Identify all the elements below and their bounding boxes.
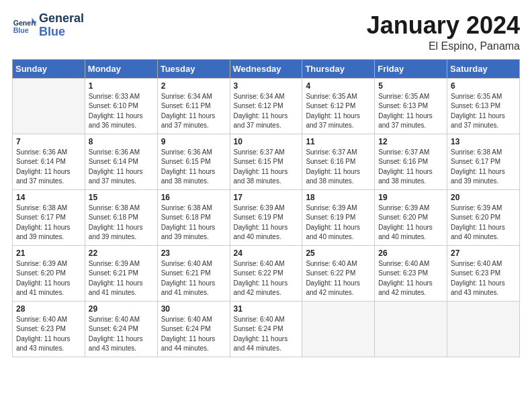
cell-info: Sunrise: 6:34 AMSunset: 6:11 PMDaylight:… <box>161 92 226 131</box>
calendar-cell: 9Sunrise: 6:36 AMSunset: 6:15 PMDaylight… <box>157 134 230 189</box>
cell-info: Sunrise: 6:38 AMSunset: 6:17 PMDaylight:… <box>16 203 81 242</box>
header: General Blue General Blue January 2024 E… <box>12 12 520 52</box>
day-number: 23 <box>161 248 226 258</box>
cell-info: Sunrise: 6:34 AMSunset: 6:12 PMDaylight:… <box>234 92 299 131</box>
calendar-cell: 3Sunrise: 6:34 AMSunset: 6:12 PMDaylight… <box>230 78 302 134</box>
cell-info: Sunrise: 6:40 AMSunset: 6:24 PMDaylight:… <box>89 315 154 354</box>
week-row-1: 7Sunrise: 6:36 AMSunset: 6:14 PMDaylight… <box>13 134 520 189</box>
cell-info: Sunrise: 6:40 AMSunset: 6:21 PMDaylight:… <box>161 259 226 298</box>
month-title: January 2024 <box>367 12 520 39</box>
cell-info: Sunrise: 6:40 AMSunset: 6:23 PMDaylight:… <box>16 315 81 354</box>
day-number: 11 <box>306 137 371 146</box>
calendar-cell: 25Sunrise: 6:40 AMSunset: 6:22 PMDayligh… <box>302 245 375 301</box>
calendar-cell: 11Sunrise: 6:37 AMSunset: 6:16 PMDayligh… <box>302 134 375 189</box>
logo: General Blue General Blue <box>12 12 84 39</box>
calendar-cell: 15Sunrise: 6:38 AMSunset: 6:18 PMDayligh… <box>85 189 157 245</box>
day-number: 27 <box>451 248 516 258</box>
calendar-header-row: SundayMondayTuesdayWednesdayThursdayFrid… <box>13 59 520 78</box>
day-number: 31 <box>234 304 299 314</box>
week-row-2: 14Sunrise: 6:38 AMSunset: 6:17 PMDayligh… <box>13 189 520 245</box>
calendar-cell: 30Sunrise: 6:40 AMSunset: 6:24 PMDayligh… <box>157 301 230 357</box>
day-number: 12 <box>378 137 443 146</box>
day-number: 6 <box>451 81 516 91</box>
day-number: 7 <box>16 137 81 146</box>
calendar-cell: 1Sunrise: 6:33 AMSunset: 6:10 PMDaylight… <box>85 78 157 134</box>
cell-info: Sunrise: 6:35 AMSunset: 6:13 PMDaylight:… <box>451 92 516 131</box>
calendar-cell: 4Sunrise: 6:35 AMSunset: 6:12 PMDaylight… <box>302 78 375 134</box>
day-number: 29 <box>89 304 154 314</box>
day-number: 4 <box>306 81 371 91</box>
col-header-wednesday: Wednesday <box>230 59 302 78</box>
calendar-cell <box>447 301 520 357</box>
day-number: 8 <box>89 137 154 146</box>
calendar-cell: 14Sunrise: 6:38 AMSunset: 6:17 PMDayligh… <box>13 189 85 245</box>
cell-info: Sunrise: 6:40 AMSunset: 6:22 PMDaylight:… <box>306 259 371 298</box>
cell-info: Sunrise: 6:35 AMSunset: 6:13 PMDaylight:… <box>378 92 443 131</box>
cell-info: Sunrise: 6:39 AMSunset: 6:20 PMDaylight:… <box>378 203 443 242</box>
calendar-cell: 2Sunrise: 6:34 AMSunset: 6:11 PMDaylight… <box>157 78 230 134</box>
cell-info: Sunrise: 6:39 AMSunset: 6:19 PMDaylight:… <box>234 203 299 242</box>
day-number: 17 <box>234 193 299 202</box>
day-number: 15 <box>89 193 154 202</box>
calendar-cell: 7Sunrise: 6:36 AMSunset: 6:14 PMDaylight… <box>13 134 85 189</box>
logo-blue: Blue <box>39 26 84 39</box>
cell-info: Sunrise: 6:40 AMSunset: 6:23 PMDaylight:… <box>378 259 443 298</box>
day-number: 2 <box>161 81 226 91</box>
col-header-tuesday: Tuesday <box>157 59 230 78</box>
cell-info: Sunrise: 6:33 AMSunset: 6:10 PMDaylight:… <box>89 92 154 131</box>
calendar-cell: 27Sunrise: 6:40 AMSunset: 6:23 PMDayligh… <box>447 245 520 301</box>
cell-info: Sunrise: 6:40 AMSunset: 6:24 PMDaylight:… <box>161 315 226 354</box>
day-number: 26 <box>378 248 443 258</box>
day-number: 18 <box>306 193 371 202</box>
calendar-cell: 19Sunrise: 6:39 AMSunset: 6:20 PMDayligh… <box>375 189 447 245</box>
cell-info: Sunrise: 6:36 AMSunset: 6:14 PMDaylight:… <box>16 148 81 187</box>
cell-info: Sunrise: 6:36 AMSunset: 6:14 PMDaylight:… <box>89 148 154 187</box>
cell-info: Sunrise: 6:40 AMSunset: 6:22 PMDaylight:… <box>234 259 299 298</box>
calendar-table: SundayMondayTuesdayWednesdayThursdayFrid… <box>12 59 520 357</box>
day-number: 10 <box>234 137 299 146</box>
calendar-cell: 29Sunrise: 6:40 AMSunset: 6:24 PMDayligh… <box>85 301 157 357</box>
calendar-cell: 17Sunrise: 6:39 AMSunset: 6:19 PMDayligh… <box>230 189 302 245</box>
calendar-cell: 22Sunrise: 6:39 AMSunset: 6:21 PMDayligh… <box>85 245 157 301</box>
calendar-cell: 5Sunrise: 6:35 AMSunset: 6:13 PMDaylight… <box>375 78 447 134</box>
calendar-cell: 18Sunrise: 6:39 AMSunset: 6:19 PMDayligh… <box>302 189 375 245</box>
svg-text:Blue: Blue <box>13 26 29 34</box>
calendar-cell <box>375 301 447 357</box>
cell-info: Sunrise: 6:38 AMSunset: 6:18 PMDaylight:… <box>89 203 154 242</box>
day-number: 25 <box>306 248 371 258</box>
week-row-4: 28Sunrise: 6:40 AMSunset: 6:23 PMDayligh… <box>13 301 520 357</box>
col-header-monday: Monday <box>85 59 157 78</box>
cell-info: Sunrise: 6:37 AMSunset: 6:16 PMDaylight:… <box>306 148 371 187</box>
col-header-thursday: Thursday <box>302 59 375 78</box>
day-number: 21 <box>16 248 81 258</box>
calendar-cell: 12Sunrise: 6:37 AMSunset: 6:16 PMDayligh… <box>375 134 447 189</box>
cell-info: Sunrise: 6:39 AMSunset: 6:21 PMDaylight:… <box>89 259 154 298</box>
cell-info: Sunrise: 6:37 AMSunset: 6:16 PMDaylight:… <box>378 148 443 187</box>
logo-general: General <box>39 12 84 26</box>
cell-info: Sunrise: 6:36 AMSunset: 6:15 PMDaylight:… <box>161 148 226 187</box>
title-block: January 2024 El Espino, Panama <box>367 12 520 52</box>
page: General Blue General Blue January 2024 E… <box>0 0 532 411</box>
day-number: 20 <box>451 193 516 202</box>
cell-info: Sunrise: 6:37 AMSunset: 6:15 PMDaylight:… <box>234 148 299 187</box>
col-header-sunday: Sunday <box>13 59 85 78</box>
calendar-cell: 10Sunrise: 6:37 AMSunset: 6:15 PMDayligh… <box>230 134 302 189</box>
calendar-cell: 31Sunrise: 6:40 AMSunset: 6:24 PMDayligh… <box>230 301 302 357</box>
cell-info: Sunrise: 6:38 AMSunset: 6:18 PMDaylight:… <box>161 203 226 242</box>
week-row-0: 1Sunrise: 6:33 AMSunset: 6:10 PMDaylight… <box>13 78 520 134</box>
calendar-cell: 20Sunrise: 6:39 AMSunset: 6:20 PMDayligh… <box>447 189 520 245</box>
calendar-cell: 24Sunrise: 6:40 AMSunset: 6:22 PMDayligh… <box>230 245 302 301</box>
calendar-cell: 23Sunrise: 6:40 AMSunset: 6:21 PMDayligh… <box>157 245 230 301</box>
cell-info: Sunrise: 6:40 AMSunset: 6:23 PMDaylight:… <box>451 259 516 298</box>
day-number: 24 <box>234 248 299 258</box>
calendar-cell: 21Sunrise: 6:39 AMSunset: 6:20 PMDayligh… <box>13 245 85 301</box>
col-header-friday: Friday <box>375 59 447 78</box>
col-header-saturday: Saturday <box>447 59 520 78</box>
cell-info: Sunrise: 6:39 AMSunset: 6:20 PMDaylight:… <box>16 259 81 298</box>
cell-info: Sunrise: 6:38 AMSunset: 6:17 PMDaylight:… <box>451 148 516 187</box>
day-number: 5 <box>378 81 443 91</box>
cell-info: Sunrise: 6:39 AMSunset: 6:19 PMDaylight:… <box>306 203 371 242</box>
calendar-cell: 16Sunrise: 6:38 AMSunset: 6:18 PMDayligh… <box>157 189 230 245</box>
day-number: 19 <box>378 193 443 202</box>
calendar-cell: 28Sunrise: 6:40 AMSunset: 6:23 PMDayligh… <box>13 301 85 357</box>
